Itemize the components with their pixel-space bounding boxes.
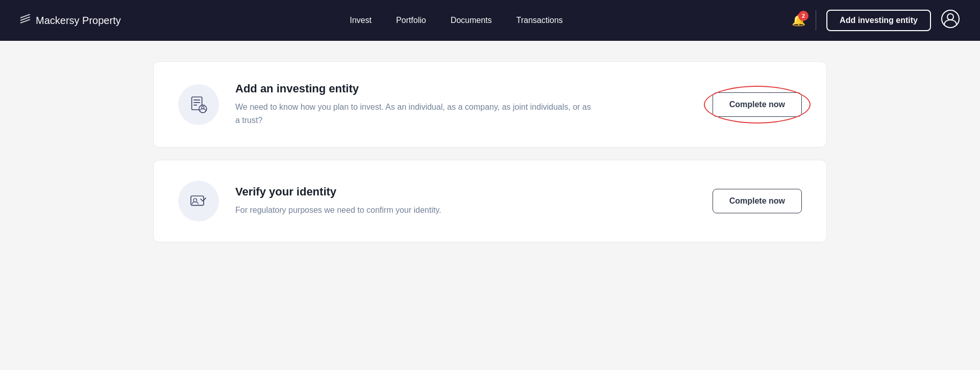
svg-rect-8 xyxy=(191,196,204,205)
card-investing-entity: Add an investing entityWe need to know h… xyxy=(153,61,827,147)
notification-badge: 2 xyxy=(798,11,808,21)
investing-entity-icon-wrapper xyxy=(178,84,219,125)
verify-identity-description: For regulatory purposes we need to confi… xyxy=(235,204,593,217)
nav-item-transactions[interactable]: Transactions xyxy=(517,16,563,25)
card-verify-identity: Verify your identityFor regulatory purpo… xyxy=(153,160,827,242)
investing-entity-title: Add an investing entity xyxy=(235,82,696,95)
nav-item-invest[interactable]: Invest xyxy=(350,16,372,25)
logo[interactable]: Mackersy Property xyxy=(20,15,121,27)
investing-entity-icon xyxy=(188,94,209,115)
logo-text: Mackersy Property xyxy=(36,15,121,27)
investing-entity-content: Add an investing entityWe need to know h… xyxy=(235,82,696,127)
main-nav: InvestPortfolioDocumentsTransactions xyxy=(350,16,562,25)
verify-identity-complete-now-button[interactable]: Complete now xyxy=(713,189,802,213)
nav-item-portfolio[interactable]: Portfolio xyxy=(396,16,426,25)
verify-identity-title: Verify your identity xyxy=(235,185,696,199)
logo-icon xyxy=(20,17,31,23)
header-actions: 🔔 2 Add investing entity xyxy=(792,10,960,32)
verify-identity-icon xyxy=(188,191,209,211)
svg-point-9 xyxy=(193,199,197,202)
header: Mackersy Property InvestPortfolioDocumen… xyxy=(0,0,980,41)
user-avatar-icon[interactable] xyxy=(941,10,960,32)
verify-identity-action: Complete now xyxy=(713,189,802,213)
main-content: Add an investing entityWe need to know h… xyxy=(0,41,980,263)
add-investing-entity-button[interactable]: Add investing entity xyxy=(826,10,931,31)
header-divider xyxy=(816,10,816,31)
svg-point-1 xyxy=(947,14,953,20)
verify-identity-icon-wrapper xyxy=(178,181,219,221)
investing-entity-complete-now-button[interactable]: Complete now xyxy=(713,92,802,117)
notification-wrapper: 🔔 2 xyxy=(792,14,805,27)
investing-entity-action: Complete now xyxy=(713,92,802,117)
investing-entity-description: We need to know how you plan to invest. … xyxy=(235,101,593,127)
verify-identity-content: Verify your identityFor regulatory purpo… xyxy=(235,185,696,217)
nav-item-documents[interactable]: Documents xyxy=(451,16,492,25)
